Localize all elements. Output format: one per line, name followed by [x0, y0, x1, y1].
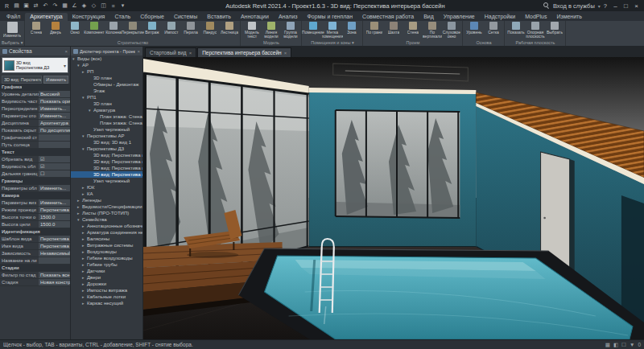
ribbon-tab[interactable]: Файл: [2, 13, 25, 21]
back-window-wall[interactable]: [336, 110, 460, 218]
save-icon[interactable]: ▣: [22, 2, 31, 10]
tree-item[interactable]: ▸РП: [71, 68, 142, 75]
property-row[interactable]: Шаблон вида Перспектива и: [0, 236, 70, 243]
tree-item[interactable]: ▸Кабельные лотки: [71, 294, 142, 300]
close-icon[interactable]: ×: [64, 49, 68, 54]
property-row[interactable]: Стадии: [0, 265, 70, 272]
close-tab-icon[interactable]: ×: [189, 51, 192, 55]
tree-item[interactable]: ▾АР: [71, 62, 142, 68]
stair-button[interactable]: Лестница: [220, 22, 238, 35]
close-tab-icon[interactable]: ×: [284, 51, 287, 55]
exclude-options-icon[interactable]: ☐: [621, 342, 626, 348]
mullion-button[interactable]: Импост: [162, 22, 180, 35]
ribbon-tab[interactable]: Сборные: [135, 13, 169, 21]
panel-caption[interactable]: Модель: [241, 40, 301, 46]
property-row[interactable]: Дальняя границ ☐: [0, 170, 70, 178]
close-button[interactable]: ×: [631, 2, 642, 10]
tree-item[interactable]: ▸Каркас несущий: [71, 300, 142, 306]
modify-button[interactable]: Изменить: [2, 22, 23, 38]
property-row[interactable]: Режим проекци Перспектива: [0, 207, 70, 214]
model-group-button[interactable]: Группа модели: [281, 22, 299, 39]
grid-button[interactable]: Сетка: [484, 22, 502, 35]
property-row[interactable]: Параметры ото Изменить...: [0, 113, 70, 120]
railing-button[interactable]: Перила: [181, 22, 200, 35]
property-row[interactable]: Имя вида Перспектива и: [0, 243, 70, 250]
tree-item[interactable]: ▾Перспективы АР: [71, 133, 142, 139]
property-row[interactable]: Видимость обл ☑: [0, 163, 70, 170]
filter-icon[interactable]: ▼: [630, 342, 634, 347]
tree-item[interactable]: ▸Витражные системы: [71, 242, 142, 248]
ribbon-tab[interactable]: Надстройки: [480, 13, 520, 21]
property-row[interactable]: Уровень детализ Высокий: [0, 91, 70, 98]
tree-item[interactable]: 3D вид: Перспектива интер: [71, 158, 142, 165]
project-browser-header[interactable]: Диспетчер проекта - Проект1.6.3 ×: [71, 47, 142, 55]
ribbon-tab[interactable]: Изменить: [551, 13, 587, 21]
dormer-button[interactable]: Слуховое окно: [442, 22, 460, 39]
ribbon-tab[interactable]: Архитектура: [25, 13, 68, 21]
signin-menu[interactable]: Вход в службы: [553, 2, 595, 10]
ribbon-tab[interactable]: Анализ: [274, 13, 303, 21]
property-row[interactable]: Высота цели 1500.0: [0, 221, 70, 228]
open-icon[interactable]: ▤: [12, 2, 21, 10]
tree-item[interactable]: ▸Двери: [71, 274, 142, 281]
type-selector[interactable]: 3D вид Перспектива ДЗ ▾: [2, 57, 68, 73]
close-icon[interactable]: ×: [137, 49, 140, 54]
tree-item[interactable]: ▸Аннотационные обозначения: [71, 223, 142, 229]
design-options-icon[interactable]: ◧: [613, 342, 618, 348]
ramp-button[interactable]: Пандус: [200, 22, 219, 35]
tree-item[interactable]: План этажа: Стена цветная: [71, 120, 142, 126]
room-tag-button[interactable]: Метка помещения: [323, 22, 341, 39]
ribbon-tab[interactable]: Системы: [169, 13, 202, 21]
tree-item[interactable]: 3D план: [71, 75, 142, 81]
panel-caption[interactable]: Проем: [363, 40, 462, 46]
tree-item[interactable]: ▸ЮК: [71, 184, 142, 191]
property-row[interactable]: Зависимость Независимый: [0, 250, 70, 257]
edit-type-button[interactable]: Изменить: [43, 76, 68, 84]
print-icon[interactable]: ▦: [60, 2, 69, 10]
tree-item[interactable]: 3D вид: Перспектива инт: [71, 171, 142, 178]
window-button[interactable]: Окно: [65, 22, 84, 35]
ribbon-tab[interactable]: Сталь: [109, 13, 135, 21]
help-icon[interactable]: ?: [604, 2, 607, 10]
tag-icon[interactable]: ◈: [80, 2, 89, 10]
maximize-button[interactable]: □: [621, 2, 631, 10]
property-row[interactable]: Графика: [0, 84, 70, 91]
search-icon[interactable]: [543, 2, 550, 9]
thin-lines-icon[interactable]: ≡: [109, 2, 118, 10]
worksets-icon[interactable]: ▦: [605, 342, 610, 348]
tree-item[interactable]: ▸Листы (ПРО-ТОТИП): [71, 210, 142, 216]
room-button[interactable]: Помещение: [303, 22, 322, 35]
properties-header[interactable]: Свойства ×: [0, 47, 70, 55]
property-row[interactable]: Высота точки о 1500.0: [0, 214, 70, 221]
glazed-panel-right[interactable]: [621, 195, 644, 327]
property-row[interactable]: Обрезать вид ☑: [0, 156, 70, 163]
tree-item[interactable]: ▸Арматура соединения несущей: [71, 229, 142, 236]
view-tab[interactable]: Перспектива интерьера бассейн ×: [197, 47, 291, 57]
tree-item[interactable]: ▾Арматура: [71, 107, 142, 113]
curtain-wall-button[interactable]: Витраж: [142, 22, 161, 35]
pick-plane-button[interactable]: Выбрать: [545, 22, 564, 35]
property-row[interactable]: Стадия Новая констр: [0, 279, 70, 286]
panel-caption[interactable]: Выбрать ▾: [0, 40, 24, 46]
property-row[interactable]: Параметры обл Изменить...: [0, 185, 70, 192]
property-row[interactable]: Показать скрыт По дисциплине: [0, 127, 70, 134]
wall-opening-button[interactable]: Стена: [403, 22, 422, 35]
area-button[interactable]: Зона: [342, 22, 361, 35]
panel-caption[interactable]: Основа: [463, 40, 504, 46]
3d-view-canvas[interactable]: [143, 57, 644, 339]
tree-item[interactable]: 3D вид: 3D вид 1: [71, 139, 142, 146]
redo-icon[interactable]: ↷: [51, 2, 60, 10]
selection-count[interactable]: 0: [638, 342, 641, 347]
property-row[interactable]: Графический ст: [0, 134, 70, 142]
tree-item[interactable]: ▾Виды (все): [71, 55, 142, 62]
tree-item[interactable]: 3D вид: Перспектива интер: [71, 152, 142, 158]
property-row[interactable]: Название на ли: [0, 257, 70, 265]
qat-dropdown-icon[interactable]: ▾: [118, 2, 127, 10]
tree-item[interactable]: ▾Перспективы ДЗ: [71, 146, 142, 152]
minimize-button[interactable]: ‒: [610, 2, 621, 10]
panel-caption[interactable]: Рабочая плоскость: [505, 40, 565, 46]
component-button[interactable]: Компонент: [85, 22, 103, 35]
ribbon-tab[interactable]: ModPlus: [520, 13, 551, 21]
tree-item[interactable]: ▸Балясины: [71, 236, 142, 242]
tree-item[interactable]: ▸Гибкие воздуховоды: [71, 255, 142, 261]
